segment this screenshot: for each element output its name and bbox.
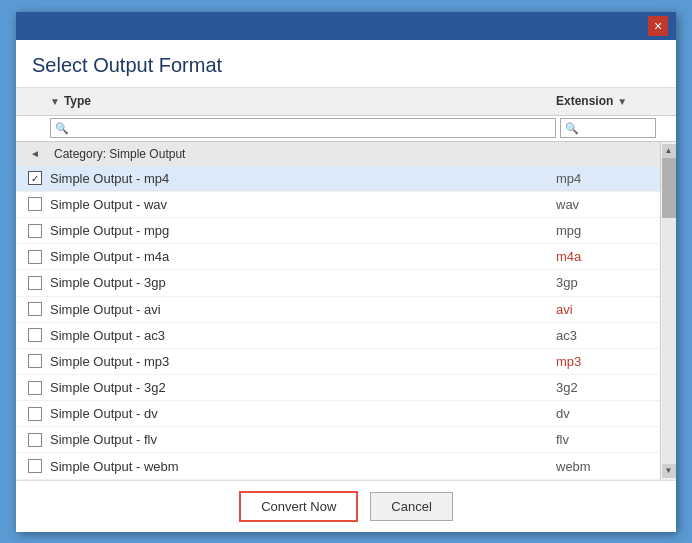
cancel-button[interactable]: Cancel bbox=[370, 492, 452, 521]
scroll-thumb[interactable] bbox=[662, 158, 676, 218]
type-cell-7: Simple Output - mp3 bbox=[50, 354, 556, 369]
table-row[interactable]: Simple Output - mpg mpg bbox=[16, 218, 660, 244]
checkbox-10[interactable] bbox=[28, 433, 42, 447]
type-cell-0: Simple Output - mp4 bbox=[50, 171, 556, 186]
ext-cell-10: flv bbox=[556, 432, 656, 447]
ext-cell-8: 3g2 bbox=[556, 380, 656, 395]
type-col-label: Type bbox=[64, 94, 91, 108]
checkbox-cell-3 bbox=[20, 250, 50, 264]
scroll-down-button[interactable]: ▼ bbox=[662, 464, 676, 478]
table-row[interactable]: ✓ Simple Output - mp4 mp4 bbox=[16, 166, 660, 192]
table-row[interactable]: Simple Output - wav wav bbox=[16, 192, 660, 218]
checkbox-9[interactable] bbox=[28, 407, 42, 421]
type-cell-1: Simple Output - wav bbox=[50, 197, 556, 212]
type-cell-11: Simple Output - webm bbox=[50, 459, 556, 474]
table-body: ◄ Category: Simple Output ✓ Simple Outpu… bbox=[16, 142, 676, 480]
table-row[interactable]: Simple Output - m4a m4a bbox=[16, 244, 660, 270]
footer: Convert Now Cancel bbox=[16, 480, 676, 532]
table-row[interactable]: Simple Output - mp3 mp3 bbox=[16, 349, 660, 375]
convert-now-button[interactable]: Convert Now bbox=[239, 491, 358, 522]
checkbox-1[interactable] bbox=[28, 197, 42, 211]
category-collapse-arrow[interactable]: ◄ bbox=[30, 148, 40, 159]
checkbox-3[interactable] bbox=[28, 250, 42, 264]
close-button[interactable]: × bbox=[648, 16, 668, 36]
scroll-up-button[interactable]: ▲ bbox=[662, 144, 676, 158]
table-row[interactable]: Simple Output - flv flv bbox=[16, 427, 660, 453]
dialog: × Select Output Format ▼ Type Extension … bbox=[16, 12, 676, 532]
type-cell-8: Simple Output - 3g2 bbox=[50, 380, 556, 395]
table-row[interactable]: Simple Output - 3gp 3gp bbox=[16, 270, 660, 296]
ext-cell-9: dv bbox=[556, 406, 656, 421]
ext-search-icon: 🔍 bbox=[565, 122, 579, 135]
dialog-title: Select Output Format bbox=[16, 40, 676, 88]
category-label: Category: Simple Output bbox=[54, 147, 185, 161]
ext-search-box[interactable]: 🔍 bbox=[560, 118, 656, 138]
checkbox-cell-9 bbox=[20, 407, 50, 421]
checkbox-cell-0: ✓ bbox=[20, 171, 50, 185]
checkbox-6[interactable] bbox=[28, 328, 42, 342]
checkbox-cell-5 bbox=[20, 302, 50, 316]
type-cell-2: Simple Output - mpg bbox=[50, 223, 556, 238]
table-header: ▼ Type Extension ▼ bbox=[16, 88, 676, 116]
column-header-type: ▼ Type bbox=[20, 94, 556, 108]
table-row[interactable]: Simple Output - ac3 ac3 bbox=[16, 323, 660, 349]
table-row[interactable]: Simple Output - avi avi bbox=[16, 297, 660, 323]
ext-cell-1: wav bbox=[556, 197, 656, 212]
checkbox-7[interactable] bbox=[28, 354, 42, 368]
scroll-track[interactable] bbox=[662, 158, 676, 464]
category-row: ◄ Category: Simple Output bbox=[16, 142, 660, 166]
ext-cell-3: m4a bbox=[556, 249, 656, 264]
type-cell-10: Simple Output - flv bbox=[50, 432, 556, 447]
type-cell-4: Simple Output - 3gp bbox=[50, 275, 556, 290]
type-search-icon: 🔍 bbox=[55, 122, 69, 135]
table-row[interactable]: Simple Output - webm webm bbox=[16, 453, 660, 479]
scrollbar[interactable]: ▲ ▼ bbox=[660, 142, 676, 480]
checkbox-cell-10 bbox=[20, 433, 50, 447]
checkbox-0[interactable]: ✓ bbox=[28, 171, 42, 185]
table-row[interactable]: Simple Output - dv dv bbox=[16, 401, 660, 427]
checkbox-cell-2 bbox=[20, 224, 50, 238]
type-cell-5: Simple Output - avi bbox=[50, 302, 556, 317]
search-row: 🔍 🔍 bbox=[16, 116, 676, 142]
checkbox-5[interactable] bbox=[28, 302, 42, 316]
checkbox-cell-7 bbox=[20, 354, 50, 368]
checkbox-11[interactable] bbox=[28, 459, 42, 473]
checkbox-cell-4 bbox=[20, 276, 50, 290]
title-bar: × bbox=[16, 12, 676, 40]
ext-cell-11: webm bbox=[556, 459, 656, 474]
checkbox-4[interactable] bbox=[28, 276, 42, 290]
checkbox-2[interactable] bbox=[28, 224, 42, 238]
checkbox-cell-6 bbox=[20, 328, 50, 342]
ext-col-label: Extension bbox=[556, 94, 613, 108]
checkmark-0: ✓ bbox=[31, 173, 39, 184]
column-header-extension: Extension ▼ bbox=[556, 94, 656, 108]
checkbox-cell-8 bbox=[20, 381, 50, 395]
ext-cell-0: mp4 bbox=[556, 171, 656, 186]
table-row[interactable]: Simple Output - 3g2 3g2 bbox=[16, 375, 660, 401]
type-search-box[interactable]: 🔍 bbox=[50, 118, 556, 138]
checkbox-cell-11 bbox=[20, 459, 50, 473]
ext-cell-6: ac3 bbox=[556, 328, 656, 343]
checkbox-cell-1 bbox=[20, 197, 50, 211]
table-rows: ◄ Category: Simple Output ✓ Simple Outpu… bbox=[16, 142, 660, 480]
ext-cell-5: avi bbox=[556, 302, 656, 317]
category-arrow-cell: ◄ bbox=[20, 148, 50, 159]
type-cell-9: Simple Output - dv bbox=[50, 406, 556, 421]
checkbox-8[interactable] bbox=[28, 381, 42, 395]
ext-cell-2: mpg bbox=[556, 223, 656, 238]
type-cell-3: Simple Output - m4a bbox=[50, 249, 556, 264]
ext-cell-7: mp3 bbox=[556, 354, 656, 369]
type-cell-6: Simple Output - ac3 bbox=[50, 328, 556, 343]
sort-arrow-ext: ▼ bbox=[617, 96, 627, 107]
sort-arrow-type: ▼ bbox=[50, 96, 60, 107]
ext-cell-4: 3gp bbox=[556, 275, 656, 290]
